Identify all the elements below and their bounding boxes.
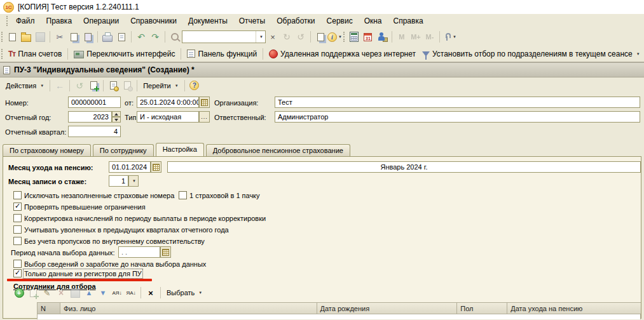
print-preview-button[interactable] bbox=[114, 30, 128, 44]
add-row-button[interactable]: + bbox=[12, 286, 26, 300]
menu-file[interactable]: Файл bbox=[10, 15, 41, 27]
info-button[interactable]: i▼ bbox=[327, 30, 342, 44]
period-start-label: Период начала выбора данных: bbox=[11, 249, 115, 257]
settings-button[interactable]: ▼ bbox=[442, 30, 456, 44]
column-header-n[interactable]: N bbox=[38, 303, 60, 314]
toolbar-drag-handle[interactable] bbox=[1, 49, 3, 59]
spinner-down-icon[interactable] bbox=[112, 117, 121, 123]
function-panel-button[interactable]: Панель функций bbox=[184, 48, 260, 60]
menu-windows[interactable]: Окна bbox=[359, 15, 388, 27]
checkbox-no-gaps-internal[interactable] bbox=[13, 237, 22, 245]
responsible-field[interactable]: Администратор bbox=[275, 111, 640, 123]
remote-support-button[interactable]: Удаленная поддержка через интернет bbox=[266, 48, 419, 60]
find-prev-icon: ↻ bbox=[297, 32, 305, 42]
checkbox-include-dismissed[interactable] bbox=[13, 225, 22, 234]
pension-month-calendar-button[interactable] bbox=[151, 161, 161, 173]
employees-table-body[interactable] bbox=[37, 314, 641, 319]
year-spinner[interactable] bbox=[112, 111, 121, 123]
tab-by-employee[interactable]: По сотруднику bbox=[93, 144, 154, 156]
checkbox-label[interactable]: Без учета пропусков по внутреннему совме… bbox=[24, 237, 205, 245]
checkbox-label[interactable]: Исключать незаполненные страховые номера bbox=[24, 192, 174, 199]
record-month-field[interactable]: 1 bbox=[109, 175, 128, 187]
checkbox-label[interactable]: 1 страховой в 1 пачку bbox=[189, 192, 260, 199]
spinner-up-icon[interactable] bbox=[112, 111, 121, 117]
print-button[interactable] bbox=[100, 30, 114, 44]
sort-asc-button[interactable]: АЯ↓ bbox=[110, 286, 124, 300]
move-up-button[interactable]: ▲ bbox=[82, 286, 96, 300]
date-calendar-button[interactable] bbox=[199, 97, 210, 108]
calculator-button[interactable] bbox=[347, 30, 361, 44]
select-menu-button[interactable]: Выбрать ▼ bbox=[163, 288, 205, 298]
checkbox-label[interactable]: Учитывать уволенных в предыдущих квартал… bbox=[24, 226, 229, 234]
period-start-field[interactable]: . . bbox=[118, 246, 160, 258]
column-header-birthdate[interactable]: Дата рождения bbox=[317, 303, 458, 314]
checkbox-label[interactable]: Проверять превышение ограничения bbox=[24, 203, 146, 211]
menu-catalogs[interactable]: Справочники bbox=[125, 15, 182, 27]
checkbox-one-insured-per-pack[interactable] bbox=[179, 191, 187, 199]
post-document-button[interactable] bbox=[106, 79, 120, 93]
paste-button[interactable] bbox=[81, 30, 95, 44]
calendar-button[interactable]: 31 bbox=[361, 30, 375, 44]
chart-of-accounts-button[interactable]: Тт План счетов bbox=[5, 48, 65, 60]
checkbox-exclude-empty-numbers[interactable] bbox=[13, 191, 22, 199]
undo-button[interactable]: ↶ bbox=[134, 30, 148, 44]
menu-edit[interactable]: Правка bbox=[41, 15, 78, 27]
checkbox-salary-before-period[interactable] bbox=[13, 260, 22, 268]
menu-help[interactable]: Справка bbox=[388, 15, 429, 27]
tab-voluntary-pension[interactable]: Добровольное пенсионное страхование bbox=[206, 144, 350, 156]
toolbar-drag-handle[interactable] bbox=[1, 32, 3, 42]
undo-icon: ↶ bbox=[137, 32, 145, 42]
redo-button[interactable]: ↷ bbox=[148, 30, 162, 44]
menubar-drag-handle[interactable] bbox=[6, 16, 8, 26]
checkbox-label[interactable]: Корректировка начислений по периоду выпл… bbox=[24, 215, 266, 222]
menu-reports[interactable]: Отчеты bbox=[233, 15, 271, 27]
column-header-pension-date[interactable]: Дата ухода на пенсию bbox=[507, 303, 641, 314]
checkbox-label-focused[interactable]: Только данные из регистров для ПУ bbox=[24, 270, 142, 277]
search-input[interactable] bbox=[182, 31, 256, 43]
date-field[interactable]: 25.01.2024 0:00:00 bbox=[137, 97, 199, 108]
sort-desc-button[interactable]: ЯА↓ bbox=[124, 286, 138, 300]
pension-month-field[interactable]: 01.01.2024 bbox=[109, 161, 151, 173]
open-button[interactable] bbox=[19, 30, 33, 44]
tab-settings[interactable]: Настройка bbox=[156, 143, 204, 156]
record-month-label: Месяц записи о стаже: bbox=[8, 178, 86, 185]
clear-list-button[interactable]: × bbox=[144, 286, 158, 300]
move-down-button[interactable]: ▼ bbox=[96, 286, 110, 300]
goto-menu-button[interactable]: Перейти ▼ bbox=[140, 81, 182, 91]
number-field[interactable]: 000000001 bbox=[68, 97, 121, 108]
checkbox-only-pu-registers[interactable] bbox=[13, 269, 22, 277]
menu-processing[interactable]: Обработки bbox=[271, 15, 320, 27]
copy-button[interactable] bbox=[67, 30, 81, 44]
checkbox-label[interactable]: Выбор сведений о заработке до начала выб… bbox=[24, 260, 206, 268]
type-select-button[interactable]: ... bbox=[199, 111, 210, 123]
edit-row-button[interactable]: ✎ bbox=[40, 286, 54, 300]
type-field[interactable]: И - исходная bbox=[137, 111, 199, 123]
organization-field[interactable]: Тест bbox=[275, 97, 640, 108]
switch-interface-button[interactable]: Переключить интерфейс bbox=[71, 48, 178, 60]
department-filter-button[interactable]: Установить отбор по подразделениям в тек… bbox=[419, 48, 643, 60]
period-calendar-button[interactable] bbox=[160, 246, 171, 258]
report-year-field[interactable]: 2023 bbox=[68, 111, 112, 123]
search-button[interactable] bbox=[168, 30, 182, 44]
record-month-dropdown[interactable]: ▼ bbox=[128, 175, 139, 187]
search-clear-button[interactable]: × bbox=[266, 30, 280, 44]
checkbox-check-limit[interactable] bbox=[13, 203, 22, 211]
help-button[interactable]: ? bbox=[188, 79, 202, 93]
checkbox-correction-accruals[interactable] bbox=[13, 214, 22, 222]
menu-documents[interactable]: Документы bbox=[182, 15, 233, 27]
menu-service[interactable]: Сервис bbox=[321, 15, 359, 27]
report-quarter-field[interactable]: 4 bbox=[68, 126, 121, 137]
toolbar-drag-handle[interactable] bbox=[343, 32, 345, 42]
column-header-gender[interactable]: Пол bbox=[457, 303, 507, 314]
new-document-button[interactable] bbox=[5, 30, 19, 44]
search-dropdown-button[interactable]: ▼ bbox=[256, 31, 265, 43]
windows-list-button[interactable] bbox=[313, 30, 327, 44]
tab-by-insurance-number[interactable]: По страховому номеру bbox=[3, 144, 91, 156]
document-titlebar[interactable]: ПУ-3 "Индивидуальные сведения" (Создание… bbox=[0, 63, 644, 77]
user-permissions-button[interactable] bbox=[375, 30, 389, 44]
copy-document-button[interactable] bbox=[86, 79, 100, 93]
column-header-person[interactable]: Физ. лицо bbox=[60, 303, 317, 314]
cut-button[interactable]: ✂ bbox=[53, 30, 67, 44]
menu-operations[interactable]: Операции bbox=[78, 15, 125, 27]
actions-menu-button[interactable]: Действия ▼ bbox=[3, 81, 47, 91]
